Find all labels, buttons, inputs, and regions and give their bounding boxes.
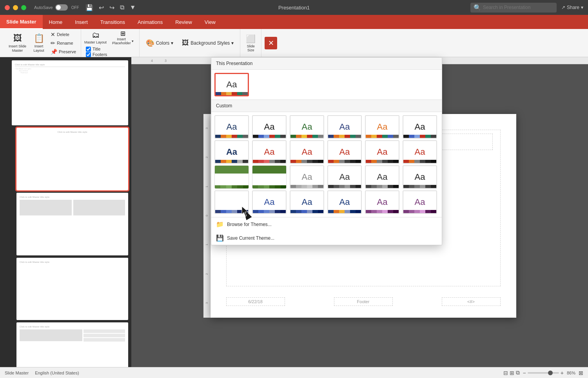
ruler-vertical: 3 2 1 0 1 2 3	[203, 114, 211, 318]
zoom-in-button[interactable]: +	[561, 370, 564, 376]
colors-button[interactable]: 🎨 Colors ▾	[143, 37, 177, 49]
presenter-view-icon[interactable]: ⧉	[516, 369, 520, 376]
theme-item-c17[interactable]: Aa	[365, 165, 399, 189]
share-icon: ↗	[561, 5, 565, 10]
slide-thumb-container-5: Click to edit Master title style	[8, 322, 128, 367]
footers-checkbox-label[interactable]: Footers	[86, 52, 107, 57]
search-bar[interactable]: 🔍	[470, 3, 557, 13]
background-styles-button[interactable]: 🖼 Background Styles ▾	[179, 37, 237, 49]
color-seg	[216, 92, 221, 95]
checkbox-group: Title Footers	[84, 47, 107, 57]
rename-button[interactable]: ✏ Rename	[49, 39, 78, 47]
tab-slide-master[interactable]: Slide Master	[0, 15, 43, 29]
slide-thumb-inner-5: Click to edit Master title style	[16, 322, 128, 367]
close-group: ✕	[261, 29, 280, 57]
theme-group: 🎨 Colors ▾ 🖼 Background Styles ▾	[140, 29, 241, 57]
theme-item-c10[interactable]: Aa	[327, 140, 362, 164]
tab-review[interactable]: Review	[169, 15, 198, 29]
fit-page-icon[interactable]: ⊠	[579, 370, 583, 376]
slide-size-button[interactable]: ⬜ SlideSize	[243, 33, 258, 54]
slide-thumb-inner-1: Click to edit Master title style • Edit …	[12, 60, 128, 125]
theme-item-c11[interactable]: Aa	[365, 140, 399, 164]
theme-item-c12[interactable]: Aa	[403, 140, 437, 164]
slide-thumb-inner-3: Click to edit Master title style	[16, 193, 128, 255]
theme-item-c13[interactable]	[214, 165, 249, 189]
zoom-slider[interactable]	[528, 372, 559, 374]
master-layout-button[interactable]: 🗂 Master Layout	[84, 31, 107, 44]
insert-placeholder-arrow[interactable]: ▾	[132, 39, 134, 43]
titlebar-toolbar: 💾 ↩ ↪ ⧉ ▼	[84, 3, 138, 12]
theme-item-c4[interactable]: Aa	[327, 115, 362, 139]
share-button[interactable]: ↗ Share ▾	[561, 5, 583, 10]
tab-insert[interactable]: Insert	[69, 15, 94, 29]
preserve-button[interactable]: 📌 Preserve	[49, 48, 78, 56]
close-button[interactable]	[5, 5, 10, 10]
slide-thumb-inner-4: Click to edit Master title style	[16, 258, 128, 320]
close-master-button[interactable]: ✕	[265, 37, 277, 49]
search-input[interactable]	[483, 5, 554, 10]
tab-animations[interactable]: Animations	[131, 15, 169, 29]
theme-item-c22[interactable]: Aa	[327, 190, 362, 214]
theme-item-c9[interactable]: Aa	[290, 140, 324, 164]
insert-slide-master-button[interactable]: 🖼 Insert SlideMaster	[6, 32, 29, 54]
normal-view-icon[interactable]: ⊟	[503, 370, 508, 376]
theme-item-c19[interactable]	[214, 190, 249, 214]
slide-thumb-container-3: Click to edit Master title style	[8, 193, 128, 255]
theme-item-this-presentation[interactable]: Aa	[214, 73, 249, 96]
delete-button[interactable]: ✕ Delete	[49, 31, 78, 38]
browse-themes-icon: 📁	[216, 221, 224, 228]
autosave-label: AutoSave	[34, 5, 53, 10]
master-layout-icon: 🗂	[92, 31, 100, 40]
title-checkbox-label[interactable]: Title	[86, 47, 107, 52]
minimize-button[interactable]	[13, 5, 18, 10]
theme-item-c7[interactable]: Aa	[214, 140, 249, 164]
zoom-out-button[interactable]: −	[523, 370, 526, 376]
edit-small-btns: ✕ Delete ✏ Rename 📌 Preserve	[49, 31, 78, 56]
tab-view[interactable]: View	[198, 15, 222, 29]
theme-item-c8[interactable]: Aa	[252, 140, 287, 164]
theme-item-c16[interactable]: Aa	[327, 165, 362, 189]
undo-icon[interactable]: ↩	[97, 3, 105, 12]
save-icon[interactable]: 💾	[84, 3, 95, 12]
save-theme-action[interactable]: 💾 Save Current Theme...	[211, 231, 442, 245]
theme-item-c3[interactable]: Aa	[290, 115, 324, 139]
theme-item-c21[interactable]: Aa	[290, 190, 324, 214]
theme-item-c1[interactable]: Aa	[214, 115, 249, 139]
theme-item-c15[interactable]: Aa	[290, 165, 324, 189]
tab-transitions[interactable]: Transitions	[94, 15, 131, 29]
insert-placeholder-button[interactable]: ⊞ InsertPlaceholder ▾	[110, 29, 136, 46]
title-checkbox[interactable]	[86, 47, 91, 52]
slide-thumb-1[interactable]: Click to edit Master title style • Edit …	[12, 60, 128, 125]
theme-item-c5[interactable]: Aa	[365, 115, 399, 139]
autosave-toggle[interactable]	[55, 4, 68, 11]
footers-checkbox[interactable]	[86, 52, 91, 57]
status-bar: Slide Master English (United States) ⊟ ⊞…	[0, 367, 588, 378]
grid-view-icon[interactable]: ⊞	[510, 370, 514, 376]
theme-item-c20[interactable]: Aa	[252, 190, 287, 214]
theme-item-c24[interactable]: Aa	[403, 190, 437, 214]
slide-thumb-5[interactable]: Click to edit Master title style	[16, 322, 128, 367]
theme-item-c2[interactable]: Aa	[252, 115, 287, 139]
color-seg	[221, 92, 227, 95]
status-bar-right: ⊟ ⊞ ⧉ − + 86% ⊠	[503, 369, 583, 376]
slide-thumb-inner-2: Click to edit Master title style	[16, 128, 128, 190]
slide-thumb-content-4: Click to edit Master title style	[16, 258, 128, 320]
browse-themes-action[interactable]: 📁 Browse for Themes...	[211, 217, 442, 231]
fullscreen-button[interactable]	[21, 5, 26, 10]
slide-thumb-2[interactable]: Click to edit Master title style	[16, 128, 128, 190]
theme-item-c23[interactable]: Aa	[365, 190, 399, 214]
slide-thumb-3[interactable]: Click to edit Master title style	[16, 193, 128, 255]
more-icon[interactable]: ▼	[128, 3, 138, 12]
rename-icon: ✏	[51, 40, 55, 46]
slide-thumb-4[interactable]: Click to edit Master title style	[16, 258, 128, 320]
theme-item-c14[interactable]	[252, 165, 287, 189]
copy-icon[interactable]: ⧉	[118, 3, 126, 12]
redo-icon[interactable]: ↪	[108, 3, 116, 12]
theme-item-c18[interactable]: Aa	[403, 165, 437, 189]
colors-chevron-icon: ▾	[171, 40, 173, 46]
theme-item-c6[interactable]: Aa	[403, 115, 437, 139]
zoom-level[interactable]: 86%	[567, 371, 575, 375]
insert-layout-button[interactable]: 📋 InsertLayout	[30, 32, 47, 54]
color-seg	[226, 92, 232, 95]
tab-home[interactable]: Home	[43, 15, 69, 29]
